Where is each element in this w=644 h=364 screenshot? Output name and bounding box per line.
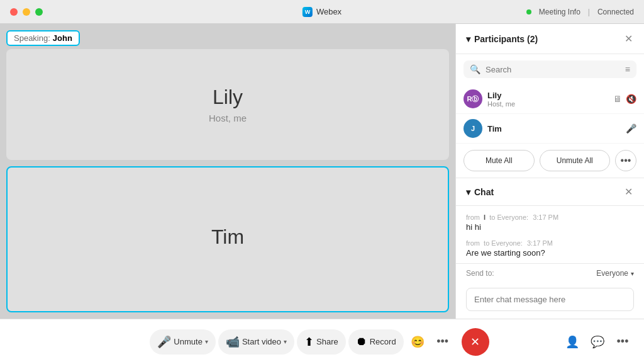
title-bar: W Webex Meeting Info | Connected xyxy=(0,0,644,24)
chat-title-label: Chat xyxy=(474,187,494,197)
send-to-row: Send to: Everyone ▾ xyxy=(456,263,644,283)
app-title: Webex xyxy=(316,7,341,16)
lily-tile-name: Lily xyxy=(213,86,243,109)
tim-icons: 🎤 xyxy=(626,123,636,134)
title-right: Meeting Info | Connected xyxy=(526,8,634,16)
video-tile-lily: Lily Host, me xyxy=(6,49,449,160)
participants-search-bar: 🔍 ≡ xyxy=(464,60,636,78)
chat-title-area: ▾ Chat xyxy=(466,187,494,197)
start-video-button-group[interactable]: 📹 Start video ▾ xyxy=(218,329,294,355)
speaking-name: John xyxy=(53,33,72,43)
participants-title-area: ▾ Participants (2) xyxy=(466,34,538,44)
speaking-badge: Speaking: John xyxy=(6,30,80,46)
video-caret-icon: ▾ xyxy=(284,338,287,345)
start-video-label: Start video xyxy=(242,337,281,346)
participants-more-button[interactable]: ••• xyxy=(615,150,636,171)
lily-info: Lily Host, me xyxy=(487,91,608,108)
participant-item-tim: J Tim 🎤 xyxy=(456,114,644,144)
unmute-all-button[interactable]: Unmute All xyxy=(540,150,611,171)
chat-section: ▾ Chat ✕ from I to Everyone: 3:17 PM hi … xyxy=(456,178,644,319)
right-panel: ▾ Participants (2) ✕ 🔍 ≡ Rⓑ Lily Host, m… xyxy=(455,24,644,319)
participants-search-input[interactable] xyxy=(486,65,620,74)
chat-button[interactable]: 💬 xyxy=(586,331,609,353)
participants-list: Rⓑ Lily Host, me 🖥 🔇 J Tim 🎤 xyxy=(456,84,644,144)
send-to-label: Send to: xyxy=(466,269,494,278)
participants-title: Participants (2) xyxy=(474,34,538,44)
close-button[interactable] xyxy=(10,8,18,16)
send-to-chevron-icon: ▾ xyxy=(631,270,634,277)
lily-role: Host, me xyxy=(487,100,608,108)
chat-input-area xyxy=(456,283,644,319)
unmute-caret-icon: ▾ xyxy=(205,338,208,345)
lily-mic-icon: 🔇 xyxy=(626,94,636,104)
participants-close-button[interactable]: ✕ xyxy=(623,31,634,46)
sort-icon[interactable]: ≡ xyxy=(625,64,630,74)
speaking-label: Speaking: xyxy=(14,33,50,43)
unmute-label: Unmute xyxy=(174,337,203,346)
lily-name: Lily xyxy=(487,91,608,100)
send-to-dropdown[interactable]: Everyone ▾ xyxy=(596,269,634,278)
share-label: Share xyxy=(316,337,338,346)
share-button-group[interactable]: ⬆ Share xyxy=(297,329,346,355)
participant-item-lily: Rⓑ Lily Host, me 🖥 🔇 xyxy=(456,84,644,114)
main-content: Speaking: John Lily Host, me Tim ▾ Parti… xyxy=(0,24,644,319)
participants-header: ▾ Participants (2) ✕ xyxy=(456,24,644,54)
chat-messages: from I to Everyone: 3:17 PM hi hi from t… xyxy=(456,206,644,263)
chat-message-1-text: hi hi xyxy=(466,222,634,232)
unmute-icon: 🎤 xyxy=(157,335,171,349)
traffic-lights xyxy=(10,8,43,16)
record-icon: ⏺ xyxy=(356,335,367,348)
unmute-button-group[interactable]: 🎤 Unmute ▾ xyxy=(150,329,216,355)
maximize-button[interactable] xyxy=(35,8,43,16)
video-area: Speaking: John Lily Host, me Tim xyxy=(0,24,455,319)
tim-info: Tim xyxy=(487,124,621,134)
mute-buttons-area: Mute All Unmute All ••• xyxy=(456,144,644,178)
status-dot-icon xyxy=(526,9,531,14)
app-title-area: W Webex xyxy=(303,7,341,17)
more-right-button[interactable]: ••• xyxy=(611,331,634,353)
search-icon: 🔍 xyxy=(470,64,480,74)
connection-status: Connected xyxy=(597,8,634,16)
lily-tile-subtitle: Host, me xyxy=(209,113,247,123)
lily-icons: 🖥 🔇 xyxy=(613,94,636,104)
chat-message-2-text: Are we starting soon? xyxy=(466,248,634,258)
mute-all-button[interactable]: Mute All xyxy=(464,150,535,171)
chevron-down-icon: ▾ xyxy=(466,34,470,44)
chat-input[interactable] xyxy=(466,288,634,311)
share-icon: ⬆ xyxy=(304,335,314,349)
chat-message-1: from I to Everyone: 3:17 PM hi hi xyxy=(466,213,634,232)
record-button-group[interactable]: ⏺ Record xyxy=(348,329,404,355)
video-icon: 📹 xyxy=(226,335,240,349)
record-label: Record xyxy=(370,337,396,346)
toolbar: 🎤 Unmute ▾ 📹 Start video ▾ ⬆ Share ⏺ Rec… xyxy=(0,319,644,364)
chat-header: ▾ Chat ✕ xyxy=(456,178,644,206)
tim-mic-icon: 🎤 xyxy=(626,123,636,134)
end-call-button[interactable]: ✕ xyxy=(462,328,489,356)
tim-tile-name: Tim xyxy=(211,225,244,249)
webex-logo-icon: W xyxy=(303,7,313,17)
video-tile-tim: Tim xyxy=(6,166,449,312)
lily-video-icon: 🖥 xyxy=(613,94,622,104)
chat-message-2: from to Everyone: 3:17 PM Are we startin… xyxy=(466,239,634,258)
tim-avatar: J xyxy=(464,119,482,138)
toolbar-right: 👤 💬 ••• xyxy=(561,331,634,353)
participants-button[interactable]: 👤 xyxy=(561,331,584,353)
chat-close-button[interactable]: ✕ xyxy=(623,185,634,199)
tim-name: Tim xyxy=(487,124,621,134)
emoji-button[interactable]: 😊 xyxy=(406,331,429,353)
chat-message-2-meta: from to Everyone: 3:17 PM xyxy=(466,239,634,247)
send-to-value-text: Everyone xyxy=(596,269,628,278)
minimize-button[interactable] xyxy=(23,8,30,16)
more-options-button[interactable]: ••• xyxy=(431,331,454,353)
lily-avatar: Rⓑ xyxy=(464,89,482,108)
meeting-info-label[interactable]: Meeting Info xyxy=(539,8,580,16)
chat-message-1-meta: from I to Everyone: 3:17 PM xyxy=(466,213,634,221)
chat-chevron-icon: ▾ xyxy=(466,187,470,197)
